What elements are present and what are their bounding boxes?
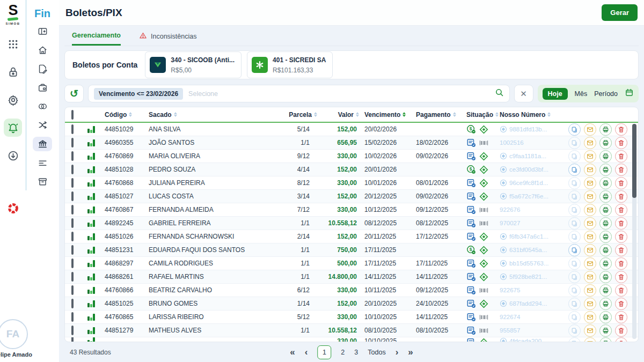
col-nosso-numero[interactable]: Nosso Número (500, 111, 562, 119)
delete-button[interactable] (615, 137, 627, 149)
delete-button[interactable] (615, 271, 627, 283)
col-codigo[interactable]: Código (105, 111, 149, 119)
delete-button[interactable] (615, 298, 627, 310)
send-email-button[interactable] (584, 271, 596, 283)
tab-inconsistencias[interactable]: Inconsistências (139, 27, 196, 46)
copy-document-button[interactable] (568, 190, 581, 203)
send-email-button[interactable] (584, 217, 596, 230)
copy-document-button[interactable] (568, 177, 581, 189)
delete-button[interactable] (615, 190, 627, 203)
copy-document-button[interactable] (568, 150, 581, 162)
print-button[interactable] (599, 164, 612, 176)
scrollbar-thumb[interactable] (632, 124, 636, 198)
row-checkbox[interactable] (71, 138, 74, 147)
notifications-bell-icon[interactable] (4, 119, 22, 137)
select-all-checkbox[interactable] (71, 110, 74, 120)
delete-button[interactable] (615, 150, 627, 162)
apps-grid-icon[interactable] (4, 35, 22, 53)
lock-icon[interactable] (4, 63, 22, 81)
col-parcela[interactable]: Parcela (285, 111, 317, 119)
print-button[interactable] (599, 217, 612, 230)
delete-button[interactable] (615, 204, 627, 216)
reset-history-button[interactable]: ↺ (64, 85, 84, 102)
send-email-button[interactable] (584, 150, 596, 162)
send-email-button[interactable] (584, 123, 596, 136)
delete-button[interactable] (615, 123, 627, 136)
send-email-button[interactable] (584, 284, 596, 297)
print-button[interactable] (599, 137, 612, 149)
bank-icon[interactable] (33, 137, 52, 151)
settings-gear-icon[interactable] (4, 91, 22, 109)
row-checkbox[interactable] (71, 178, 74, 188)
print-button[interactable] (599, 298, 612, 310)
send-email-button[interactable] (584, 231, 596, 243)
generate-button[interactable]: Gerar (602, 4, 638, 21)
row-checkbox[interactable] (71, 205, 74, 215)
send-email-button[interactable] (584, 190, 596, 203)
send-email-button[interactable] (584, 298, 596, 310)
copy-document-button[interactable] (568, 204, 581, 216)
copy-document-button[interactable] (568, 123, 581, 136)
print-button[interactable] (599, 150, 612, 162)
col-situacao[interactable]: Situação (466, 111, 500, 119)
send-email-button[interactable] (584, 324, 596, 337)
send-email-button[interactable] (584, 177, 596, 189)
copy-document-button[interactable] (568, 257, 581, 270)
print-button[interactable] (599, 257, 612, 270)
delete-button[interactable] (615, 217, 627, 230)
clear-filter-button[interactable]: ✕ (514, 85, 533, 102)
row-checkbox[interactable] (71, 151, 74, 161)
delete-button[interactable] (615, 257, 627, 270)
print-button[interactable] (599, 177, 612, 189)
page-2-button[interactable]: 2 (341, 349, 345, 356)
shuffle-icon[interactable] (33, 118, 52, 132)
period-option-periodo[interactable]: Período (594, 90, 618, 98)
print-button[interactable] (599, 244, 612, 256)
first-page-button[interactable]: « (290, 348, 295, 357)
filter-chip-vencimento[interactable]: Vencimento <= 23/02/2026 (94, 88, 183, 100)
user-avatar[interactable]: FA (0, 319, 28, 349)
row-checkbox[interactable] (71, 299, 74, 308)
archive-box-icon[interactable] (33, 174, 52, 189)
copy-document-button[interactable] (568, 217, 581, 230)
row-checkbox[interactable] (71, 232, 74, 241)
print-button[interactable] (599, 337, 612, 342)
home-icon[interactable] (33, 43, 52, 57)
delete-button[interactable] (615, 231, 627, 243)
search-icon[interactable] (495, 88, 504, 99)
account-card-sicredi[interactable]: 401 - SICREDI SA R$101.163,33 (247, 51, 333, 78)
row-checkbox[interactable] (71, 124, 74, 134)
copy-document-button[interactable] (568, 231, 581, 243)
row-checkbox[interactable] (71, 337, 74, 342)
next-page-button[interactable]: › (396, 348, 399, 357)
send-email-button[interactable] (584, 137, 596, 149)
col-valor[interactable]: Valor (317, 111, 364, 119)
download-circle-icon[interactable] (4, 146, 22, 165)
copy-document-button[interactable] (568, 164, 581, 176)
panel-toggle-icon[interactable] (33, 24, 52, 39)
prev-page-button[interactable]: ‹ (305, 348, 308, 357)
delete-button[interactable] (615, 311, 627, 323)
last-page-button[interactable]: » (408, 348, 413, 357)
support-lifebuoy-icon[interactable] (4, 199, 22, 217)
send-email-button[interactable] (584, 244, 596, 256)
page-1-button[interactable]: 1 (317, 345, 331, 359)
delete-button[interactable] (615, 337, 627, 342)
delete-button[interactable] (615, 324, 627, 337)
print-button[interactable] (599, 311, 612, 323)
col-sacado[interactable]: Sacado (149, 111, 285, 119)
print-button[interactable] (599, 204, 612, 216)
row-checkbox[interactable] (71, 312, 74, 322)
send-email-button[interactable] (584, 311, 596, 323)
document-edit-icon[interactable] (33, 62, 52, 76)
copy-document-button[interactable] (568, 298, 581, 310)
copy-document-button[interactable] (568, 311, 581, 323)
row-checkbox[interactable] (71, 191, 74, 201)
send-email-button[interactable] (584, 257, 596, 270)
col-pagamento[interactable]: Pagamento (416, 111, 466, 119)
page-3-button[interactable]: 3 (354, 349, 358, 356)
print-button[interactable] (599, 324, 612, 337)
row-checkbox[interactable] (71, 258, 74, 268)
copy-document-button[interactable] (568, 337, 581, 342)
col-vencimento[interactable]: Vencimento (364, 111, 416, 119)
